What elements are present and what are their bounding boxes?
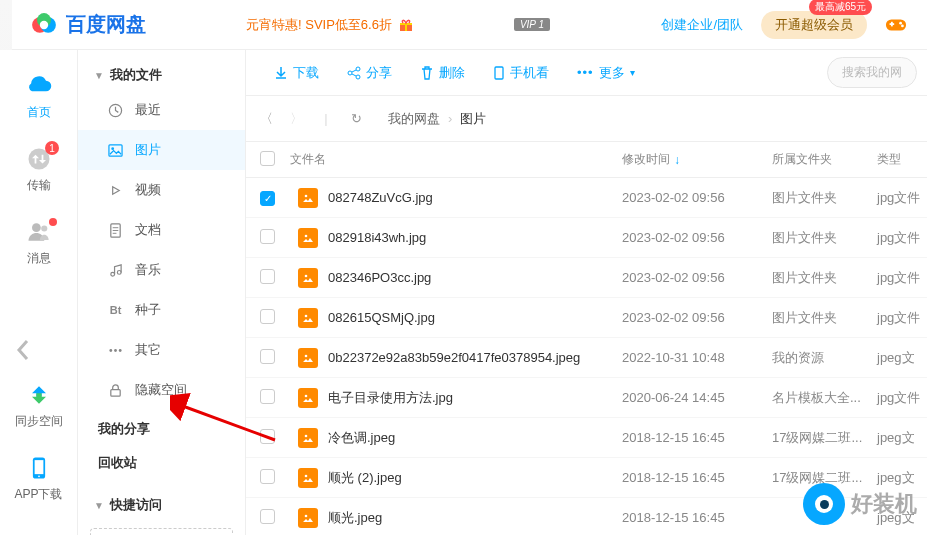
row-checkbox[interactable] <box>260 269 275 284</box>
table-row[interactable]: 冷色调.jpeg2018-12-15 16:4517级网媒二班...jpeg文 <box>246 418 927 458</box>
open-svip-button[interactable]: 最高减65元 开通超级会员 <box>761 11 867 39</box>
col-type[interactable]: 类型 <box>877 151 927 168</box>
rail-sync[interactable]: 同步空间 <box>0 371 77 444</box>
svg-point-52 <box>305 474 308 477</box>
clock-icon <box>108 103 123 118</box>
sidebar: ▼ 我的文件 最近 图片 视频 文档 音乐 Bt 种子 其它 隐藏空间 我的分享… <box>78 50 246 535</box>
refresh-button[interactable]: ↻ <box>348 111 364 126</box>
nav-back-button[interactable]: 〈 <box>258 110 274 128</box>
drop-folder-hint[interactable]: + 拖入常用文件夹 <box>90 528 233 535</box>
sidebar-item-video[interactable]: 视频 <box>78 170 245 210</box>
sidebar-recycle[interactable]: 回收站 <box>78 444 245 478</box>
toolbar: 下载 分享 删除 手机看 ••• 更多 ▾ 搜索我的网 <box>246 50 927 96</box>
sidebar-item-images[interactable]: 图片 <box>78 130 245 170</box>
table-row[interactable]: 0b22372e92a83b59e2f0417fe0378954.jpeg202… <box>246 338 927 378</box>
col-modtime[interactable]: 修改时间↓ <box>622 151 772 168</box>
table-row[interactable]: ✓082748ZuVcG.jpg2023-02-02 09:56图片文件夹jpg… <box>246 178 927 218</box>
app-header: 百度网盘 元宵特惠! SVIP低至6.6折 VIP 1 创建企业/团队 最高减6… <box>0 0 927 50</box>
rail-home[interactable]: 首页 <box>0 62 77 135</box>
mobile-icon <box>493 66 505 80</box>
svg-line-34 <box>352 70 356 72</box>
gamepad-icon[interactable] <box>885 17 907 33</box>
row-checkbox[interactable] <box>260 469 275 484</box>
row-checkbox[interactable] <box>260 509 275 524</box>
image-file-icon <box>298 388 318 408</box>
table-header: 文件名 修改时间↓ 所属文件夹 类型 <box>246 142 927 178</box>
transfer-count-badge: 1 <box>45 141 59 155</box>
breadcrumb-root[interactable]: 我的网盘 <box>388 110 440 128</box>
phone-icon <box>25 454 53 482</box>
svg-point-46 <box>305 354 308 357</box>
file-type: jpeg文 <box>877 429 927 447</box>
table-row[interactable]: 082346PO3cc.jpg2023-02-02 09:56图片文件夹jpg文… <box>246 258 927 298</box>
select-all-checkbox[interactable] <box>260 151 275 166</box>
file-folder: 我的资源 <box>772 349 877 367</box>
file-modtime: 2023-02-02 09:56 <box>622 310 772 325</box>
file-name: 082615QSMjQ.jpg <box>328 310 622 325</box>
svg-rect-19 <box>109 144 122 155</box>
row-checkbox[interactable] <box>260 429 275 444</box>
sidebar-item-docs[interactable]: 文档 <box>78 210 245 250</box>
more-button[interactable]: ••• 更多 ▾ <box>565 58 647 88</box>
table-row[interactable]: 082615QSMjQ.jpg2023-02-02 09:56图片文件夹jpg文… <box>246 298 927 338</box>
row-checkbox[interactable]: ✓ <box>260 191 275 206</box>
sidebar-item-torrent[interactable]: Bt 种子 <box>78 290 245 330</box>
logo[interactable]: 百度网盘 <box>30 11 146 39</box>
left-rail: 首页 1 传输 消息 同步空间 APP下载 <box>0 50 78 535</box>
svg-point-38 <box>305 194 308 197</box>
sidebar-my-share[interactable]: 我的分享 <box>78 410 245 444</box>
nav-sep: | <box>318 111 334 126</box>
svg-rect-47 <box>302 392 314 404</box>
collapse-rail-button[interactable] <box>10 330 36 370</box>
sidebar-item-recent[interactable]: 最近 <box>78 90 245 130</box>
row-checkbox[interactable] <box>260 309 275 324</box>
svg-point-40 <box>305 234 308 237</box>
table-row[interactable]: 电子目录使用方法.jpg2020-06-24 14:45名片模板大全...jpg… <box>246 378 927 418</box>
promo-banner[interactable]: 元宵特惠! SVIP低至6.6折 <box>246 16 414 34</box>
share-button[interactable]: 分享 <box>335 58 404 88</box>
row-checkbox[interactable] <box>260 229 275 244</box>
rail-messages[interactable]: 消息 <box>0 208 77 281</box>
music-icon <box>108 263 123 278</box>
sidebar-group-myfiles[interactable]: ▼ 我的文件 <box>78 56 245 90</box>
discount-badge: 最高减65元 <box>809 0 872 15</box>
svg-point-31 <box>348 71 352 75</box>
cloud-icon <box>25 72 53 100</box>
row-checkbox[interactable] <box>260 349 275 364</box>
svg-rect-11 <box>891 21 893 26</box>
svg-rect-37 <box>302 192 314 204</box>
svg-point-20 <box>111 147 114 150</box>
file-folder: 图片文件夹 <box>772 269 877 287</box>
mobile-view-button[interactable]: 手机看 <box>481 58 561 88</box>
nav-forward-button[interactable]: 〉 <box>288 110 304 128</box>
download-button[interactable]: 下载 <box>262 58 331 88</box>
col-folder[interactable]: 所属文件夹 <box>772 151 877 168</box>
svg-rect-49 <box>302 432 314 444</box>
sidebar-item-hidden[interactable]: 隐藏空间 <box>78 370 245 410</box>
table-row[interactable]: 082918i43wh.jpg2023-02-02 09:56图片文件夹jpg文… <box>246 218 927 258</box>
sidebar-quick-access[interactable]: ▼快捷访问 <box>78 478 245 520</box>
file-type: jpg文件 <box>877 269 927 287</box>
file-name: 顺光.jpeg <box>328 509 622 527</box>
image-file-icon <box>298 508 318 528</box>
file-type: jpg文件 <box>877 389 927 407</box>
svg-line-35 <box>352 74 356 76</box>
notification-dot <box>49 218 57 226</box>
file-name: 电子目录使用方法.jpg <box>328 389 622 407</box>
svg-rect-53 <box>302 512 314 524</box>
row-checkbox[interactable] <box>260 389 275 404</box>
svg-point-54 <box>305 514 308 517</box>
col-filename[interactable]: 文件名 <box>290 151 622 168</box>
delete-button[interactable]: 删除 <box>408 58 477 88</box>
rail-transfer[interactable]: 1 传输 <box>0 135 77 208</box>
rail-app-download[interactable]: APP下载 <box>0 444 77 517</box>
file-modtime: 2018-12-15 16:45 <box>622 470 772 485</box>
bt-icon: Bt <box>108 303 123 318</box>
sidebar-item-other[interactable]: 其它 <box>78 330 245 370</box>
search-input[interactable]: 搜索我的网 <box>827 57 917 88</box>
create-enterprise-link[interactable]: 创建企业/团队 <box>661 16 743 34</box>
sidebar-item-music[interactable]: 音乐 <box>78 250 245 290</box>
svg-rect-30 <box>111 389 120 396</box>
file-modtime: 2023-02-02 09:56 <box>622 190 772 205</box>
sort-desc-icon: ↓ <box>674 153 680 167</box>
